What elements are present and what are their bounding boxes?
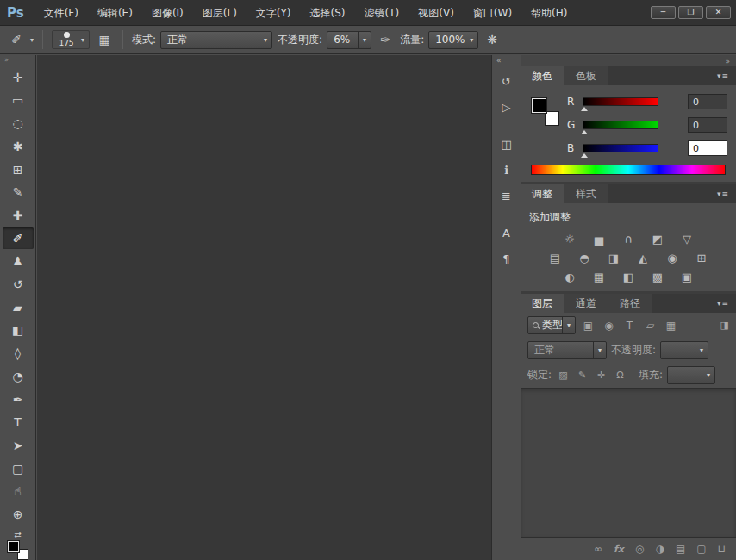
- layer-effects-icon[interactable]: fx: [614, 544, 624, 555]
- eyedropper-tool[interactable]: ✎: [3, 181, 34, 203]
- paragraph-panel-button[interactable]: ¶: [495, 248, 519, 270]
- new-group-icon[interactable]: ▤: [676, 543, 685, 555]
- clone-stamp-tool[interactable]: ♟: [3, 250, 34, 272]
- posterize-adjustment-icon[interactable]: ▦: [589, 270, 609, 283]
- tab-swatches[interactable]: 色板: [564, 66, 608, 85]
- menu-layer[interactable]: 图层(L): [193, 0, 246, 26]
- character-styles-panel-button[interactable]: ≣: [495, 185, 519, 207]
- color-balance-adjustment-icon[interactable]: ◓: [574, 251, 595, 264]
- new-layer-icon[interactable]: ▢: [696, 543, 706, 555]
- character-panel-button[interactable]: A: [495, 222, 519, 244]
- layer-filter-select[interactable]: 类型 ▾: [527, 316, 576, 334]
- fill-select[interactable]: ▾: [667, 366, 715, 384]
- menu-type[interactable]: 文字(Y): [246, 0, 301, 26]
- hue-saturation-adjustment-icon[interactable]: ▤: [545, 251, 565, 264]
- opacity-select[interactable]: 6% ▾: [327, 31, 371, 49]
- menu-edit[interactable]: 编辑(E): [88, 0, 142, 26]
- gradient-tool[interactable]: ◧: [3, 320, 34, 342]
- vibrance-adjustment-icon[interactable]: ▽: [677, 232, 697, 246]
- blend-mode-select[interactable]: 正常 ▾: [527, 341, 607, 359]
- expand-panels-button[interactable]: «: [492, 55, 521, 66]
- type-tool[interactable]: T: [3, 411, 34, 433]
- red-value-input[interactable]: 0: [688, 94, 727, 109]
- menu-filter[interactable]: 滤镜(T): [355, 0, 409, 26]
- background-color-swatch[interactable]: [545, 111, 559, 126]
- minimize-button[interactable]: ─: [651, 6, 676, 19]
- delete-layer-icon[interactable]: ⊔: [718, 543, 726, 555]
- pixel-layer-filter-icon[interactable]: ▣: [580, 317, 596, 333]
- menu-file[interactable]: 文件(F): [34, 0, 88, 26]
- menu-select[interactable]: 选择(S): [301, 0, 355, 26]
- color-swatches-widget[interactable]: [532, 98, 559, 126]
- tab-color[interactable]: 颜色: [521, 66, 564, 85]
- new-adjustment-layer-icon[interactable]: ◑: [655, 543, 664, 555]
- levels-adjustment-icon[interactable]: ▅: [589, 232, 609, 246]
- type-layer-filter-icon[interactable]: T: [621, 317, 638, 333]
- link-layers-icon[interactable]: ∞: [594, 543, 602, 555]
- airbrush-icon[interactable]: ❋: [483, 30, 502, 49]
- menu-image[interactable]: 图像(I): [142, 0, 193, 26]
- foreground-color-swatch[interactable]: [8, 541, 19, 552]
- tool-preset-picker[interactable]: ✐ ▾: [7, 30, 34, 49]
- maximize-button[interactable]: ❐: [678, 6, 703, 19]
- info-panel-button[interactable]: ℹ: [495, 159, 519, 181]
- close-button[interactable]: ✕: [706, 6, 731, 19]
- canvas[interactable]: [37, 55, 491, 560]
- blur-tool[interactable]: ◊: [3, 342, 34, 364]
- history-panel-button[interactable]: ↺: [495, 71, 519, 92]
- panel-menu-icon[interactable]: ▾≡: [710, 294, 736, 313]
- tab-adjustments[interactable]: 调整: [521, 184, 564, 203]
- toggle-brush-panel-icon[interactable]: ▦: [95, 30, 114, 49]
- gradient-map-adjustment-icon[interactable]: ▩: [647, 270, 668, 283]
- lasso-tool[interactable]: ◌: [3, 112, 34, 134]
- menu-view[interactable]: 视图(V): [409, 0, 464, 26]
- foreground-color-swatch[interactable]: [532, 98, 546, 113]
- adjustment-layer-filter-icon[interactable]: ◉: [601, 317, 617, 333]
- brightness-contrast-adjustment-icon[interactable]: ☼: [559, 232, 580, 246]
- tab-styles[interactable]: 样式: [564, 184, 608, 203]
- spot-healing-brush-tool[interactable]: ✚: [3, 204, 34, 227]
- invert-adjustment-icon[interactable]: ◐: [559, 270, 580, 283]
- layer-filter-toggle-icon[interactable]: ◨: [720, 320, 729, 331]
- lock-transparent-pixels-icon[interactable]: ▨: [556, 368, 571, 383]
- layers-list[interactable]: [521, 388, 736, 538]
- actions-panel-button[interactable]: ▷: [495, 96, 519, 118]
- rectangular-marquee-tool[interactable]: ▭: [3, 90, 34, 112]
- selective-color-adjustment-icon[interactable]: ▣: [677, 270, 697, 283]
- smart-object-filter-icon[interactable]: ▦: [663, 317, 679, 333]
- color-spectrum-ramp[interactable]: [531, 165, 726, 175]
- properties-panel-button[interactable]: ◫: [495, 134, 519, 155]
- rectangle-tool[interactable]: ▢: [3, 457, 34, 480]
- swap-colors-icon[interactable]: ⇄: [14, 530, 21, 539]
- collapse-panels-button[interactable]: »: [521, 55, 736, 66]
- panel-menu-icon[interactable]: ▾≡: [710, 66, 736, 85]
- slider-thumb[interactable]: [581, 107, 588, 111]
- shape-layer-filter-icon[interactable]: ▱: [642, 317, 658, 333]
- tab-paths[interactable]: 路径: [608, 294, 652, 313]
- quick-selection-tool[interactable]: ✱: [3, 135, 34, 158]
- green-slider[interactable]: [583, 121, 658, 129]
- slider-thumb[interactable]: [581, 153, 588, 158]
- zoom-tool[interactable]: ⊕: [3, 503, 34, 526]
- exposure-adjustment-icon[interactable]: ◩: [647, 232, 668, 246]
- curves-adjustment-icon[interactable]: ∩: [618, 232, 639, 246]
- pen-tool[interactable]: ✒: [3, 389, 34, 411]
- channel-mixer-adjustment-icon[interactable]: ◉: [662, 251, 683, 264]
- brush-tool[interactable]: ✐: [3, 227, 34, 250]
- lock-position-icon[interactable]: ✛: [594, 368, 608, 383]
- mode-select[interactable]: 正常 ▾: [160, 31, 272, 49]
- eraser-tool[interactable]: ▰: [3, 296, 34, 319]
- threshold-adjustment-icon[interactable]: ◧: [618, 270, 639, 283]
- blue-value-input[interactable]: 0: [688, 140, 727, 156]
- lock-image-pixels-icon[interactable]: ✎: [575, 368, 589, 383]
- hand-tool[interactable]: ☝: [3, 481, 34, 503]
- dodge-tool[interactable]: ◔: [3, 365, 34, 388]
- menu-help[interactable]: 帮助(H): [521, 0, 577, 26]
- red-slider[interactable]: [583, 97, 658, 106]
- slider-thumb[interactable]: [581, 130, 588, 134]
- tab-channels[interactable]: 通道: [564, 294, 608, 313]
- move-tool[interactable]: ✛: [3, 66, 34, 89]
- panel-menu-icon[interactable]: ▾≡: [710, 184, 736, 203]
- flow-select[interactable]: 100% ▾: [428, 31, 478, 49]
- tab-layers[interactable]: 图层: [521, 294, 564, 313]
